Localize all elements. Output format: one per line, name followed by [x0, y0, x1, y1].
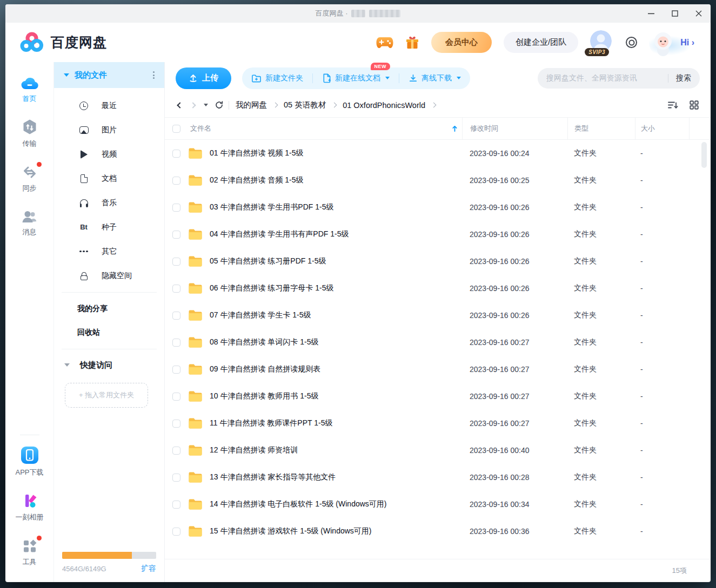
sidebar-item-recycle-bin[interactable]: 回收站 [54, 321, 164, 344]
table-row[interactable]: 12 牛津自然拼读 师资培训 2023-09-16 00:40 文件夹 - [165, 437, 711, 464]
sidebar-item-videos[interactable]: 视频 [54, 142, 164, 166]
table-row[interactable]: 11 牛津自然拼读 教师课件PPT 1-5级 2023-09-16 00:27 … [165, 410, 711, 437]
row-checkbox[interactable] [172, 258, 180, 266]
rail-item-messages[interactable]: 消息 [12, 209, 47, 237]
breadcrumb-item[interactable]: 我的网盘 [236, 100, 267, 110]
column-header-type[interactable]: 类型 [567, 118, 635, 139]
sidebar-item-torrents[interactable]: Bt 种子 [54, 215, 164, 239]
close-button[interactable] [687, 4, 711, 23]
expand-storage-link[interactable]: 扩容 [141, 564, 156, 573]
table-row[interactable]: 05 牛津自然拼读 练习册PDF 1-5级 2023-09-16 00:26 文… [165, 248, 711, 275]
file-name[interactable]: 08 牛津自然拼读 单词闪卡 1-5级 [210, 337, 462, 347]
table-row[interactable]: 10 牛津自然拼读 教师用书 1-5级 2023-09-16 00:27 文件夹… [165, 383, 711, 410]
row-checkbox[interactable] [172, 420, 180, 428]
row-checkbox[interactable] [172, 393, 180, 401]
rail-item-transfer[interactable]: 传输 [12, 119, 47, 148]
search-input[interactable]: 搜网盘文件、全网资源资讯 搜索 [538, 68, 700, 89]
column-header-modified[interactable]: 修改时间 [462, 118, 567, 139]
select-all-checkbox[interactable] [172, 125, 180, 133]
collapse-icon[interactable] [64, 363, 70, 367]
sidebar-item-music[interactable]: 音乐 [54, 191, 164, 215]
table-row[interactable]: 07 牛津自然拼读 学生卡 1-5级 2023-09-16 00:26 文件夹 … [165, 302, 711, 329]
column-header-size[interactable]: 大小 [635, 118, 689, 139]
new-online-doc-button[interactable]: NEW 新建在线文档 [313, 67, 399, 89]
file-name[interactable]: 14 牛津自然拼读 电子白板软件 1-5级 (Windows可用) [210, 499, 462, 509]
file-name[interactable]: 13 牛津自然拼读 家长指导等其他文件 [210, 472, 462, 482]
file-name[interactable]: 03 牛津自然拼读 学生用书PDF 1-5级 [210, 202, 462, 212]
table-row[interactable]: 08 牛津自然拼读 单词闪卡 1-5级 2023-09-16 00:27 文件夹… [165, 329, 711, 356]
rail-item-tools[interactable]: 工具 [12, 538, 47, 567]
table-row[interactable]: 15 牛津自然拼读 游戏软件 1-5级 (Windows可用) 2023-09-… [165, 518, 711, 545]
sort-order-button[interactable] [667, 100, 679, 110]
table-row[interactable]: 02 牛津自然拼读 音频 1-5级 2023-09-16 00:25 文件夹 - [165, 167, 711, 194]
row-checkbox[interactable] [172, 285, 180, 293]
sort-ascending-icon[interactable] [452, 125, 458, 132]
file-name[interactable]: 01 牛津自然拼读 视频 1-5级 [210, 148, 462, 158]
file-name[interactable]: 12 牛津自然拼读 师资培训 [210, 445, 462, 455]
row-checkbox[interactable] [172, 474, 180, 482]
sidebar-item-others[interactable]: 其它 [54, 239, 164, 263]
sidebar-item-pictures[interactable]: 图片 [54, 118, 164, 142]
collapse-icon[interactable] [64, 73, 69, 77]
table-row[interactable]: 04 牛津自然拼读 学生用书有声PDF 1-5级 2023-09-16 00:2… [165, 221, 711, 248]
sidebar-item-recent[interactable]: 最近 [54, 93, 164, 118]
rail-item-sync[interactable]: 同步 [12, 164, 47, 193]
back-button[interactable] [173, 99, 186, 112]
minimize-button[interactable] [639, 4, 663, 23]
rail-item-app-download[interactable]: APP下载 [12, 446, 47, 477]
file-name[interactable]: 09 牛津自然拼读 自然拼读规则表 [210, 364, 462, 374]
file-name[interactable]: 02 牛津自然拼读 音频 1-5级 [210, 175, 462, 185]
row-checkbox[interactable] [172, 231, 180, 239]
row-checkbox[interactable] [172, 177, 180, 185]
file-name[interactable]: 15 牛津自然拼读 游戏软件 1-5级 (Windows可用) [210, 526, 462, 536]
rail-item-photos[interactable]: 一刻相册 [12, 493, 47, 522]
row-checkbox[interactable] [172, 447, 180, 455]
scrollbar-thumb[interactable] [701, 142, 707, 168]
new-folder-button[interactable]: 新建文件夹 [242, 67, 312, 89]
sidebar-item-hidden-space[interactable]: 隐藏空间 [54, 263, 164, 288]
row-checkbox[interactable] [172, 366, 180, 374]
search-button[interactable]: 搜索 [676, 73, 691, 83]
game-center-icon[interactable] [376, 36, 393, 49]
rail-item-home[interactable]: 首页 [12, 76, 47, 104]
file-name[interactable]: 05 牛津自然拼读 练习册PDF 1-5级 [210, 256, 462, 266]
table-row[interactable]: 09 牛津自然拼读 自然拼读规则表 2023-09-16 00:27 文件夹 - [165, 356, 711, 383]
settings-icon[interactable] [626, 37, 637, 48]
assistant-entry[interactable]: Hi › [649, 29, 698, 57]
file-name[interactable]: 11 牛津自然拼读 教师课件PPT 1-5级 [210, 418, 462, 428]
table-row[interactable]: 14 牛津自然拼读 电子白板软件 1-5级 (Windows可用) 2023-0… [165, 491, 711, 518]
row-checkbox[interactable] [172, 501, 180, 509]
vip-center-button[interactable]: 会员中心 [431, 32, 492, 53]
quick-access-header[interactable]: 快捷访问 [54, 354, 164, 376]
history-dropdown-icon[interactable] [199, 99, 212, 112]
sidebar-item-documents[interactable]: 文档 [54, 166, 164, 191]
my-files-header[interactable]: 我的文件 [54, 62, 164, 88]
more-options-icon[interactable] [151, 69, 157, 81]
row-checkbox[interactable] [172, 204, 180, 212]
upload-button[interactable]: 上传 [176, 67, 231, 89]
breadcrumb-item[interactable]: 01 OxfordPhonicsWorld [343, 101, 425, 110]
create-team-button[interactable]: 创建企业/团队 [504, 32, 578, 53]
column-header-name[interactable]: 文件名 [190, 124, 211, 133]
file-name[interactable]: 10 牛津自然拼读 教师用书 1-5级 [210, 391, 462, 401]
table-row[interactable]: 06 牛津自然拼读 练习册字母卡 1-5级 2023-09-16 00:26 文… [165, 275, 711, 302]
gift-icon[interactable] [405, 35, 419, 50]
table-row[interactable]: 13 牛津自然拼读 家长指导等其他文件 2023-09-16 00:28 文件夹… [165, 464, 711, 491]
table-row[interactable]: 03 牛津自然拼读 学生用书PDF 1-5级 2023-09-16 00:26 … [165, 194, 711, 221]
file-name[interactable]: 06 牛津自然拼读 练习册字母卡 1-5级 [210, 283, 462, 293]
forward-button[interactable] [186, 99, 199, 112]
row-checkbox[interactable] [172, 150, 180, 158]
row-checkbox[interactable] [172, 312, 180, 320]
sidebar-item-my-shares[interactable]: 我的分享 [54, 297, 164, 321]
maximize-button[interactable] [663, 4, 687, 23]
breadcrumb-item[interactable]: 05 英语教材 [284, 100, 326, 110]
drop-folder-zone[interactable]: + 拖入常用文件夹 [65, 383, 148, 408]
refresh-button[interactable] [212, 99, 225, 112]
table-row[interactable]: 01 牛津自然拼读 视频 1-5级 2023-09-16 00:24 文件夹 - [165, 140, 711, 167]
grid-view-button[interactable] [690, 100, 699, 110]
file-name[interactable]: 07 牛津自然拼读 学生卡 1-5级 [210, 310, 462, 320]
file-name[interactable]: 04 牛津自然拼读 学生用书有声PDF 1-5级 [210, 229, 462, 239]
row-checkbox[interactable] [172, 528, 180, 536]
row-checkbox[interactable] [172, 339, 180, 347]
user-avatar[interactable]: SVIP3 [590, 30, 614, 55]
